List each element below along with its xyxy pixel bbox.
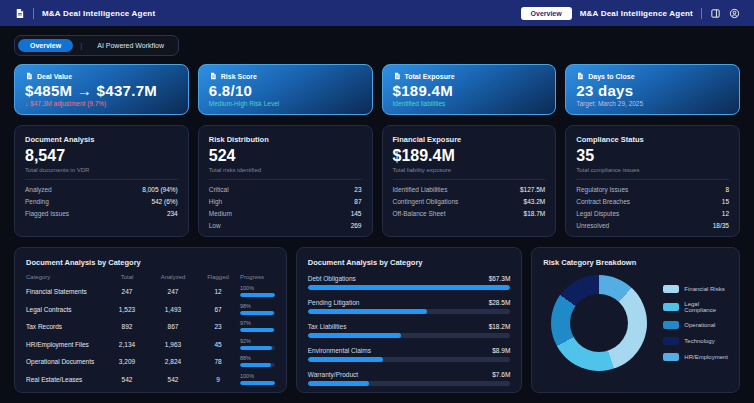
stat-row-item: Analyzed8,005 (94%) [25, 186, 178, 193]
legend-item: Financial Risks [663, 285, 728, 293]
stat-row-item: Low269 [209, 222, 362, 229]
bar-label: Environmental Claims [308, 347, 371, 354]
stat-card-caption: Total risks identified [209, 167, 362, 180]
kpi-card-subtitle: ↓ $47.3M adjustment (9.7%) [25, 101, 178, 108]
cell-category: Legal Contracts [26, 306, 104, 313]
table-row: Financial Statements24724712100% [26, 283, 275, 301]
app-header: M&A Deal Intelligence Agent Overview M&A… [0, 0, 754, 26]
stat-card-value: 35 [576, 148, 729, 164]
kpi-card-subtitle: Medium-High Risk Level [209, 101, 362, 108]
progress-label: 97% [240, 321, 275, 327]
stat-row-item: High87 [209, 198, 362, 205]
legend-label: HR/Employment [684, 354, 728, 360]
cell-analyzed: 542 [150, 376, 196, 383]
cell-flagged: 23 [200, 323, 236, 330]
doc-analysis-table-panel: Document Analysis by Category CategoryTo… [14, 247, 287, 393]
bar-value: $8.9M [492, 347, 510, 354]
kpi-card-header: Total Exposure [393, 72, 546, 80]
bar-fill [308, 285, 511, 290]
stat-row-item: Identified Liabilities$127.5M [393, 186, 546, 193]
stat-row-item: Legal Disputes12 [576, 210, 729, 217]
bar-label: Tax Liabilities [308, 323, 347, 330]
table-column-header: Analyzed [150, 274, 196, 280]
stat-row-value: 18/35 [713, 222, 729, 229]
bar-item: Debt Obligations$67.3M [308, 275, 511, 290]
cell-analyzed: 1,493 [150, 306, 196, 313]
tab-overview[interactable]: Overview [18, 39, 73, 52]
cell-flagged: 12 [200, 288, 236, 295]
progress-label: 100% [240, 286, 275, 292]
kpi-card-label: Total Exposure [405, 73, 455, 80]
stat-row-label: Regulatory Issues [576, 186, 628, 193]
stat-row-item: Medium145 [209, 210, 362, 217]
stat-row-value: 269 [351, 222, 362, 229]
stat-row-value: 23 [354, 186, 361, 193]
stat-row-label: Pending [25, 198, 49, 205]
bar-value: $18.2M [489, 323, 511, 330]
bar-item: Tax Liabilities$18.2M [308, 323, 511, 338]
legend-label: Financial Risks [684, 286, 724, 292]
legend-item: Legal Compliance [663, 301, 728, 313]
legend-item: Operational [663, 321, 728, 329]
legend-item: Technology [663, 337, 728, 345]
progress-track [240, 293, 275, 297]
stat-row-item: Pending542 (6%) [25, 198, 178, 205]
bar-item-header: Environmental Claims$8.9M [308, 347, 511, 354]
progress-track [240, 363, 275, 367]
kpi-card-header: Days to Close [576, 72, 729, 80]
legend-swatch [663, 337, 679, 345]
progress-fill [240, 328, 274, 332]
stat-row-label: Critical [209, 186, 229, 193]
progress-fill [240, 346, 272, 350]
cell-category: Operational Documents [26, 358, 104, 365]
card-icon [209, 72, 217, 80]
cell-category: Financial Statements [26, 288, 104, 295]
kpi-card-value: $485M → $437.7M [25, 83, 178, 98]
progress-label: 92% [240, 339, 275, 345]
doc-analysis-table: CategoryTotalAnalyzedFlaggedProgress Fin… [26, 274, 275, 388]
bar-label: Pending Litigation [308, 299, 360, 306]
stat-row-value: 234 [167, 210, 178, 217]
stat-row-label: Contingent Obligations [393, 198, 459, 205]
stat-card-title: Document Analysis [25, 135, 178, 144]
app-title: M&A Deal Intelligence Agent [42, 9, 155, 18]
stat-row-label: Analyzed [25, 186, 52, 193]
table-row: Real Estate/Leases5425429100% [26, 371, 275, 389]
cell-total: 892 [108, 323, 146, 330]
bar-item-header: Tax Liabilities$18.2M [308, 323, 511, 330]
stat-row-value: $18.7M [524, 210, 546, 217]
cell-total: 542 [108, 376, 146, 383]
cell-flagged: 45 [200, 341, 236, 348]
table-body: Financial Statements24724712100%Legal Co… [26, 283, 275, 388]
card-icon [393, 72, 401, 80]
account-icon[interactable] [729, 8, 740, 19]
bar-fill [308, 357, 383, 362]
cell-progress: 88% [240, 356, 275, 367]
kpi-card: Days to Close23 daysTarget: March 29, 20… [565, 64, 740, 115]
cell-total: 2,134 [108, 341, 146, 348]
kpi-row: Deal Value$485M → $437.7M↓ $47.3M adjust… [0, 60, 754, 115]
table-column-header: Progress [240, 274, 275, 280]
cell-category: HR/Employment Files [26, 341, 104, 348]
panel-title: Document Analysis by Category [26, 258, 275, 267]
stat-row-label: Legal Disputes [576, 210, 619, 217]
bar-label: Debt Obligations [308, 275, 356, 282]
stat-row-label: Flagged Issues [25, 210, 69, 217]
donut-chart [551, 275, 647, 371]
overview-button[interactable]: Overview [521, 7, 572, 20]
progress-fill [240, 363, 271, 367]
bar-item-header: Pending Litigation$28.5M [308, 299, 511, 306]
bar-track [308, 285, 511, 290]
stat-card-caption: Total compliance issues [576, 167, 729, 180]
progress-track [240, 328, 275, 332]
tabbar: Overview | AI Powered Workflow [14, 35, 179, 56]
table-row: Legal Contracts1,5231,4936798% [26, 301, 275, 319]
donut-legend: Financial RisksLegal ComplianceOperation… [663, 285, 728, 361]
tab-ai-powered-workflow[interactable]: AI Powered Workflow [89, 39, 172, 52]
apps-icon[interactable] [710, 8, 721, 19]
stat-card-rows: Analyzed8,005 (94%)Pending542 (6%)Flagge… [25, 186, 178, 217]
tabbar-wrap: Overview | AI Powered Workflow [0, 26, 754, 60]
stat-row-label: Off-Balance Sheet [393, 210, 446, 217]
cell-analyzed: 247 [150, 288, 196, 295]
tab-separator: | [80, 41, 82, 50]
